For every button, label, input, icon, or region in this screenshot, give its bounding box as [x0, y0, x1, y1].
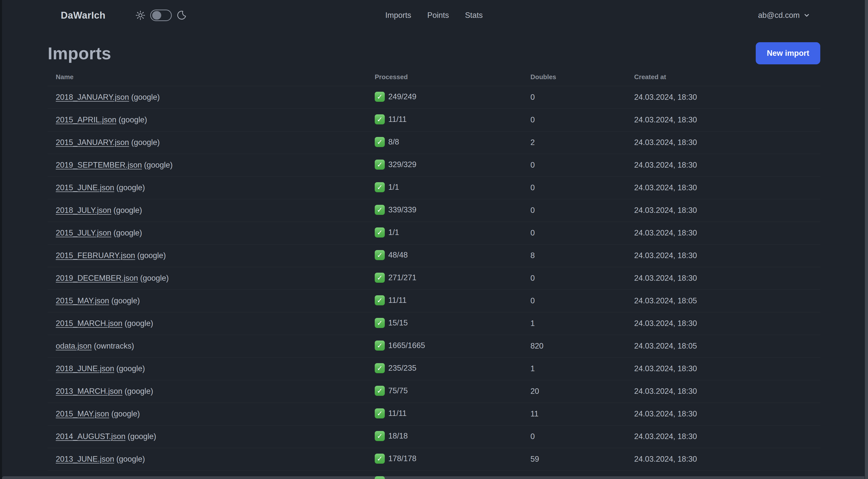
table-row: 2015_APRIL.json (google) 11/11 0 24.03.2… [48, 109, 820, 131]
table-row: 2015_JUNE.json (google) 1/1 0 24.03.2024… [48, 176, 820, 199]
import-source: (google) [114, 206, 142, 215]
processed-check-icon [375, 476, 385, 479]
nav-link-stats[interactable]: Stats [465, 11, 483, 20]
doubles-count: 20 [530, 387, 539, 395]
processed-check-icon [375, 386, 385, 396]
name-cell: 2015_JULY.json (google) [48, 222, 367, 244]
created-at-cell: 24.03.2024, 18:30 [626, 357, 820, 380]
import-file-link[interactable]: odata.json [56, 341, 92, 350]
doubles-cell: 0 [522, 176, 626, 199]
import-source: (google) [111, 409, 140, 418]
table-row: 2018_JANUARY.json (google) 249/249 0 24.… [48, 86, 820, 109]
new-import-button[interactable]: New import [756, 42, 820, 64]
column-header-processed: Processed [367, 68, 522, 86]
import-file-link[interactable]: 2014_AUGUST.json [56, 432, 125, 441]
processed-count: 249/249 [388, 92, 416, 101]
import-file-link[interactable]: 2015_JUNE.json [56, 183, 114, 192]
table-row: 2015_JULY.json (google) 1/1 0 24.03.2024… [48, 222, 820, 244]
doubles-cell: 1 [522, 357, 626, 380]
vertical-scrollbar[interactable] [865, 0, 868, 479]
created-at: 24.03.2024, 18:30 [634, 183, 697, 192]
imports-table: Name Processed Doubles Created at 2018_J… [48, 68, 820, 479]
processed-check-icon [375, 273, 385, 283]
import-file-link[interactable]: 2015_MAY.json [56, 409, 109, 418]
table-row: 2015_JANUARY.json (google) 8/8 2 24.03.2… [48, 131, 820, 154]
processed-cell: 18/18 [367, 425, 522, 448]
import-file-link[interactable]: 2018_JANUARY.json [56, 93, 129, 101]
doubles-count: 59 [530, 455, 539, 463]
horizontal-scrollbar[interactable] [2, 476, 868, 479]
import-file-link[interactable]: 2019_DECEMBER.json [56, 274, 138, 282]
import-file-link[interactable]: 2015_APRIL.json [56, 115, 116, 124]
doubles-count: 11 [530, 409, 538, 418]
import-file-link[interactable]: 2018_JUNE.json [56, 364, 114, 373]
processed-check-icon [375, 431, 385, 441]
created-at: 24.03.2024, 18:30 [634, 409, 697, 418]
import-file-link[interactable]: 2015_JULY.json [56, 229, 111, 237]
created-at-cell: 24.03.2024, 18:30 [626, 86, 820, 109]
table-row: odata.json (owntracks) 1665/1665 820 24.… [48, 335, 820, 357]
processed-count: 11/11 [388, 409, 407, 418]
import-file-link[interactable]: 2013_JUNE.json [56, 455, 114, 463]
import-source: (google) [125, 319, 153, 328]
app-logo[interactable]: DaWarIch [61, 10, 105, 21]
doubles-count: 8 [530, 251, 535, 260]
doubles-cell: 20 [522, 380, 626, 402]
table-row: 2015_FEBRUARY.json (google) 48/48 8 24.0… [48, 244, 820, 267]
created-at-cell: 24.03.2024, 18:30 [626, 448, 820, 471]
created-at: 24.03.2024, 18:30 [634, 432, 697, 441]
processed-check-icon [375, 182, 385, 192]
processed-count: 15/15 [388, 319, 408, 327]
theme-toggle-switch[interactable] [150, 9, 172, 21]
import-file-link[interactable]: 2015_JANUARY.json [56, 138, 129, 147]
processed-count: 1665/1665 [388, 341, 425, 350]
processed-cell: 11/11 [367, 109, 522, 131]
nav-link-points[interactable]: Points [427, 11, 449, 20]
name-cell: 2019_DECEMBER.json (google) [48, 267, 367, 290]
name-cell: 2015_APRIL.json (google) [48, 109, 367, 131]
processed-count: 271/271 [388, 273, 416, 282]
created-at-cell: 24.03.2024, 18:30 [626, 176, 820, 199]
import-source: (google) [140, 274, 169, 282]
name-cell: 2015_JANUARY.json (google) [48, 131, 367, 154]
import-source: (google) [137, 251, 166, 260]
created-at-cell: 24.03.2024, 18:30 [626, 154, 820, 176]
import-file-link[interactable]: 2018_JULY.json [56, 206, 111, 215]
import-source: (owntracks) [94, 341, 134, 350]
doubles-count: 0 [530, 296, 535, 305]
created-at: 24.03.2024, 18:30 [634, 387, 697, 395]
doubles-count: 0 [530, 93, 535, 101]
created-at: 24.03.2024, 18:30 [634, 160, 697, 169]
processed-cell: 8/8 [367, 131, 522, 154]
nav-link-imports[interactable]: Imports [385, 11, 411, 20]
created-at: 24.03.2024, 18:30 [634, 93, 697, 101]
created-at: 24.03.2024, 18:05 [634, 296, 697, 305]
window-edge [0, 0, 2, 479]
table-row: 2014_AUGUST.json (google) 18/18 0 24.03.… [48, 425, 820, 448]
processed-check-icon [375, 228, 385, 238]
processed-count: 8/8 [388, 138, 399, 146]
created-at-cell: 24.03.2024, 18:05 [626, 290, 820, 312]
processed-cell: 271/271 [367, 267, 522, 290]
import-file-link[interactable]: 2015_FEBRUARY.json [56, 251, 135, 260]
import-file-link[interactable]: 2013_MARCH.json [56, 387, 122, 395]
processed-count: 1/1 [388, 183, 399, 191]
processed-count: 11/11 [388, 115, 407, 124]
import-source: (google) [119, 115, 147, 124]
toggle-knob [152, 11, 161, 20]
import-source: (google) [125, 387, 153, 395]
import-file-link[interactable]: 2015_MARCH.json [56, 319, 122, 328]
import-file-link[interactable]: 2015_MAY.json [56, 296, 109, 305]
doubles-cell: 0 [522, 109, 626, 131]
processed-count: 75/75 [388, 386, 408, 395]
name-cell: 2014_AUGUST.json (google) [48, 425, 367, 448]
processed-check-icon [375, 159, 385, 170]
table-row: 2018_JULY.json (google) 339/339 0 24.03.… [48, 199, 820, 222]
processed-cell: 15/15 [367, 312, 522, 335]
table-header-row: Name Processed Doubles Created at [48, 68, 820, 86]
doubles-count: 0 [530, 432, 535, 441]
doubles-cell: 59 [522, 448, 626, 471]
user-menu[interactable]: ab@cd.com [758, 11, 810, 20]
column-header-created-at: Created at [626, 68, 820, 86]
import-file-link[interactable]: 2019_SEPTEMBER.json [56, 160, 142, 169]
